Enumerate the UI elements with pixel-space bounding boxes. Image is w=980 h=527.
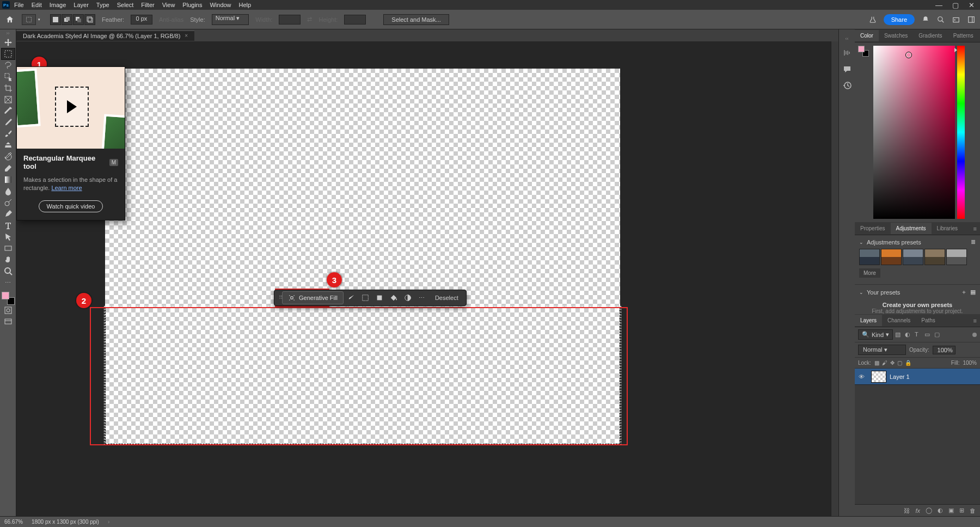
selection-new-icon[interactable] — [50, 14, 61, 25]
tab-close-icon[interactable]: × — [185, 33, 188, 39]
brush-tool[interactable] — [2, 128, 15, 139]
modify-selection-icon[interactable] — [345, 291, 358, 304]
tab-libraries[interactable]: Libraries — [932, 223, 963, 234]
contextual-taskbar[interactable]: ⠿ Generative Fill ⋯ Deselect — [274, 290, 467, 306]
panel-menu-icon[interactable]: ≡ — [970, 225, 980, 232]
history-brush-tool[interactable] — [2, 151, 15, 162]
close-icon[interactable]: ✕ — [969, 1, 975, 9]
adjustment-layer-icon[interactable]: ◐ — [938, 507, 943, 514]
home-icon[interactable] — [4, 14, 15, 25]
brush-settings-icon[interactable] — [842, 48, 852, 58]
frame-tool[interactable] — [2, 94, 15, 105]
tab-patterns[interactable]: Patterns — [948, 30, 979, 41]
rectangle-tool[interactable] — [2, 243, 15, 254]
type-tool[interactable] — [2, 220, 15, 231]
fill-input[interactable]: 100% — [963, 360, 977, 366]
tab-color[interactable]: Color — [855, 30, 879, 41]
zoom-tool[interactable] — [2, 266, 15, 277]
hue-slider[interactable] — [957, 46, 965, 219]
menu-type[interactable]: Type — [96, 2, 109, 8]
layer-filter-kind[interactable]: 🔍 Kind ▾ — [858, 329, 893, 340]
filter-shape-icon[interactable]: ▭ — [924, 331, 932, 339]
opacity-input[interactable]: 100% — [933, 346, 955, 354]
layer-thumbnail[interactable] — [871, 371, 886, 383]
lock-all-icon[interactable]: 🔒 — [905, 360, 911, 366]
tab-paths[interactable]: Paths — [916, 315, 941, 326]
menu-help[interactable]: Help — [239, 2, 252, 8]
tab-layers[interactable]: Layers — [855, 315, 882, 326]
adjustments-presets-header[interactable]: ⌄ Adjustments presets ≣ — [855, 235, 980, 249]
your-presets-header[interactable]: ⌄ Your presets ＋ ▦ — [855, 285, 980, 299]
vertical-scrollbar[interactable] — [831, 41, 838, 516]
panel-color-swatches[interactable] — [858, 46, 869, 57]
menu-file[interactable]: File — [14, 2, 24, 8]
color-swatches[interactable] — [2, 292, 15, 305]
menu-image[interactable]: Image — [50, 2, 66, 8]
color-field[interactable] — [873, 46, 955, 219]
style-select[interactable]: Normal ▾ — [212, 14, 249, 25]
blur-tool[interactable] — [2, 186, 15, 197]
clone-stamp-tool[interactable] — [2, 140, 15, 151]
pen-tool[interactable] — [2, 209, 15, 219]
menu-edit[interactable]: Edit — [32, 2, 42, 8]
mask-selection-icon[interactable] — [401, 291, 414, 304]
link-layers-icon[interactable]: ⛓ — [904, 507, 910, 514]
filter-type-icon[interactable]: T — [915, 331, 922, 339]
select-and-mask-button[interactable]: Select and Mask... — [383, 14, 449, 25]
layer-row[interactable]: 👁 Layer 1 — [855, 369, 980, 385]
menu-filter[interactable]: Filter — [141, 2, 154, 8]
panel-menu-icon[interactable]: ≡ — [970, 317, 980, 324]
tab-properties[interactable]: Properties — [855, 223, 891, 234]
blend-mode-select[interactable]: Normal ▾ — [858, 345, 906, 355]
new-layer-icon[interactable]: ⊞ — [959, 507, 964, 514]
play-icon[interactable] — [67, 100, 77, 113]
preset-thumb[interactable] — [859, 249, 880, 265]
group-icon[interactable]: ▣ — [948, 507, 954, 514]
tab-channels[interactable]: Channels — [882, 315, 916, 326]
preset-thumb[interactable] — [903, 249, 923, 265]
edit-toolbar-icon[interactable]: ⋯ — [2, 277, 15, 288]
lock-artboard-icon[interactable]: ▢ — [897, 360, 902, 366]
select-subject-icon[interactable] — [359, 291, 372, 304]
menu-view[interactable]: View — [162, 2, 175, 8]
delete-layer-icon[interactable]: 🗑 — [970, 507, 976, 514]
beaker-icon[interactable] — [868, 15, 877, 24]
maximize-icon[interactable]: ▢ — [952, 1, 959, 9]
quick-mask-icon[interactable] — [2, 305, 15, 316]
visibility-icon[interactable]: 👁 — [855, 373, 868, 380]
more-options-icon[interactable]: ⋯ — [415, 291, 428, 304]
lock-position-icon[interactable]: ✥ — [890, 360, 895, 366]
preset-thumb[interactable] — [946, 249, 967, 265]
comments-icon[interactable] — [842, 64, 852, 74]
more-button[interactable]: More — [859, 268, 880, 278]
lock-transparency-icon[interactable]: ▩ — [874, 360, 879, 366]
bell-icon[interactable] — [921, 15, 930, 24]
watch-video-button[interactable]: Watch quick video — [39, 200, 103, 212]
tab-adjustments[interactable]: Adjustments — [891, 223, 932, 234]
filter-pixel-icon[interactable]: ▧ — [895, 331, 903, 339]
invert-selection-icon[interactable] — [373, 291, 386, 304]
rectangular-marquee-tool[interactable] — [2, 48, 15, 59]
filter-smart-icon[interactable]: ▢ — [934, 331, 942, 339]
tab-gradients[interactable]: Gradients — [913, 30, 947, 41]
deselect-button[interactable]: Deselect — [430, 295, 464, 301]
workspace-icon[interactable] — [967, 15, 976, 24]
history-icon[interactable] — [842, 81, 852, 90]
layer-style-icon[interactable]: fx — [915, 507, 920, 514]
dodge-tool[interactable] — [2, 197, 15, 208]
status-flyout-icon[interactable]: › — [108, 519, 109, 525]
fill-selection-icon[interactable] — [387, 291, 400, 304]
filter-toggle[interactable] — [972, 333, 977, 337]
selection-add-icon[interactable] — [62, 14, 72, 25]
path-selection-tool[interactable] — [2, 231, 15, 242]
learn-more-link[interactable]: Learn more — [51, 185, 82, 191]
menu-select[interactable]: Select — [117, 2, 134, 8]
tab-swatches[interactable]: Swatches — [879, 30, 913, 41]
zoom-level[interactable]: 66.67% — [4, 519, 23, 525]
menu-plugins[interactable]: Plugins — [182, 2, 202, 8]
lock-pixels-icon[interactable]: 🖌 — [882, 360, 887, 366]
menu-layer[interactable]: Layer — [74, 2, 89, 8]
hand-tool[interactable] — [2, 254, 15, 265]
grid-view-icon[interactable]: ▦ — [970, 289, 976, 296]
preset-thumb[interactable] — [924, 249, 945, 265]
